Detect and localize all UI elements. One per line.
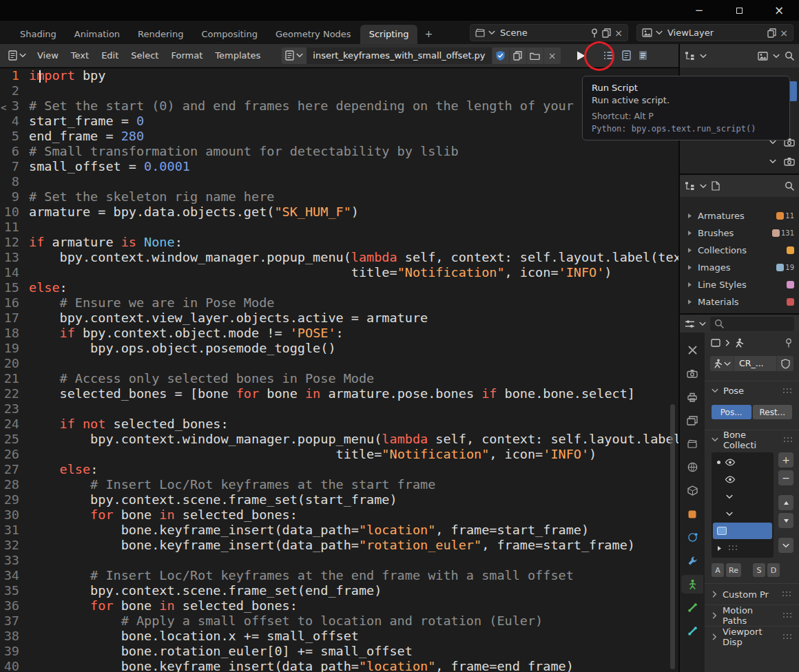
menu-view[interactable]: View bbox=[31, 44, 65, 67]
code-line[interactable]: 36 for bone in selected_bones: bbox=[0, 598, 678, 613]
chevron-down-icon[interactable] bbox=[769, 159, 776, 164]
maximize-button[interactable] bbox=[719, 0, 759, 21]
code-line[interactable]: 18 if bpy.context.object.mode != 'POSE': bbox=[0, 326, 678, 341]
code-line[interactable]: 20 bbox=[0, 356, 678, 371]
code-line[interactable]: 19 bpy.ops.object.posemode_toggle() bbox=[0, 341, 678, 356]
new-viewlayer-icon[interactable] bbox=[767, 28, 776, 38]
outliner-display-mode-icon[interactable] bbox=[685, 52, 695, 61]
disclosure-triangle-icon[interactable] bbox=[687, 264, 692, 271]
outliner-item-line-styles[interactable]: Line Styles bbox=[680, 276, 799, 293]
properties-tab-render[interactable] bbox=[681, 364, 703, 383]
code-line[interactable]: 7small_offset = 0.0001 bbox=[0, 159, 678, 174]
disclosure-triangle-icon[interactable] bbox=[687, 247, 692, 253]
properties-search-input[interactable] bbox=[710, 317, 794, 331]
grip-icon[interactable] bbox=[782, 591, 791, 597]
scene-name[interactable]: Scene bbox=[499, 28, 529, 38]
region-collapse-arrow[interactable]: < bbox=[1, 100, 6, 115]
properties-editor-icon[interactable] bbox=[685, 319, 695, 328]
workspace-tab-geometry-nodes[interactable]: Geometry Nodes bbox=[267, 25, 360, 44]
minimize-button[interactable]: − bbox=[679, 0, 719, 21]
line-numbers-toggle-icon[interactable] bbox=[603, 50, 614, 61]
properties-tab-view-layer[interactable] bbox=[681, 411, 703, 430]
properties-tab-scene[interactable] bbox=[681, 434, 703, 453]
code-line[interactable]: 5end_frame = 280 bbox=[0, 129, 678, 144]
code-line[interactable]: 6# Small transformation amount for detec… bbox=[0, 144, 678, 159]
bone-collection-row[interactable] bbox=[713, 540, 772, 556]
code-line[interactable]: 22 selected_bones = [bone for bone in ar… bbox=[0, 386, 678, 401]
code-line[interactable]: 17 bpy.context.view_layer.objects.active… bbox=[0, 311, 678, 326]
remove-viewlayer-icon[interactable]: × bbox=[780, 28, 788, 38]
code-line[interactable]: 35 bpy.context.scene.frame_set(end_frame… bbox=[0, 583, 678, 598]
code-line[interactable]: 11 bbox=[0, 220, 678, 235]
properties-tab-modifiers[interactable] bbox=[681, 552, 703, 570]
outliner-row[interactable] bbox=[769, 157, 795, 166]
code-line[interactable]: 14 title="Notification", icon='INFO') bbox=[0, 265, 678, 280]
code-line[interactable]: 26 title="Notification", icon='INFO') bbox=[0, 447, 678, 462]
code-line[interactable]: 9# Set the skeleton rig name here bbox=[0, 189, 678, 204]
bone-collection-action-d[interactable]: D bbox=[767, 563, 780, 577]
remove-collection-button[interactable]: − bbox=[778, 470, 793, 485]
panel-custom-pr[interactable]: Custom Pr bbox=[705, 583, 799, 605]
properties-tab-world[interactable] bbox=[681, 458, 703, 476]
search-icon[interactable] bbox=[785, 51, 794, 61]
code-editor[interactable]: 1import bpy23# Set the start (0) and end… bbox=[0, 68, 678, 672]
code-line[interactable]: 39 bone.rotation_euler[0] += small_offse… bbox=[0, 644, 678, 659]
code-line[interactable]: 40 bone.keyframe_insert(data_path="locat… bbox=[0, 659, 678, 672]
properties-tab-output[interactable] bbox=[681, 388, 703, 406]
filter-icon[interactable] bbox=[758, 52, 768, 61]
fake-user-button[interactable] bbox=[492, 48, 509, 64]
chevron-down-icon[interactable] bbox=[726, 512, 733, 516]
move-down-button[interactable] bbox=[778, 513, 793, 528]
outliner-display-mode-icon[interactable] bbox=[685, 182, 695, 191]
chevron-down-icon[interactable] bbox=[726, 494, 733, 499]
code-line[interactable]: 32 bone.keyframe_insert(data_path="rotat… bbox=[0, 538, 678, 553]
code-line[interactable]: 30 for bone in selected_bones: bbox=[0, 507, 678, 523]
code-line[interactable]: 4start_frame = 0 bbox=[0, 114, 678, 129]
pose-button-rest-[interactable]: Rest... bbox=[753, 405, 793, 419]
search-icon[interactable] bbox=[785, 181, 794, 191]
code-line[interactable]: 31 bone.keyframe_insert(data_path="locat… bbox=[0, 523, 678, 538]
menu-templates[interactable]: Templates bbox=[209, 44, 267, 67]
grip-icon[interactable] bbox=[783, 388, 792, 394]
code-line[interactable]: 8 bbox=[0, 174, 678, 189]
code-line[interactable]: 21 # Access only selected bones in Pose … bbox=[0, 371, 678, 386]
syntax-highlight-toggle-icon[interactable] bbox=[639, 50, 647, 61]
bone-collection-action-re[interactable]: Re bbox=[726, 563, 741, 577]
code-line[interactable]: 34 # Insert Loc/Rot keyframes at the end… bbox=[0, 568, 678, 583]
properties-tab-object-data[interactable] bbox=[681, 575, 703, 594]
add-collection-button[interactable]: + bbox=[778, 452, 793, 468]
disclosure-triangle-icon[interactable] bbox=[687, 282, 692, 288]
grip-icon[interactable] bbox=[783, 634, 791, 640]
close-button[interactable]: × bbox=[759, 0, 799, 21]
grip-icon[interactable] bbox=[784, 437, 792, 443]
editor-scrollbar[interactable] bbox=[670, 68, 675, 672]
run-script-button[interactable] bbox=[572, 50, 591, 61]
pose-panel-header[interactable]: Pose bbox=[705, 381, 799, 400]
code-line[interactable]: 37 # Apply a small offset to location an… bbox=[0, 613, 678, 629]
outliner-item-materials[interactable]: Materials bbox=[680, 293, 799, 311]
grip-icon[interactable] bbox=[783, 613, 791, 618]
pin-icon[interactable] bbox=[590, 28, 599, 38]
new-text-button[interactable] bbox=[509, 48, 526, 64]
bone-collection-row-selected[interactable] bbox=[713, 523, 772, 539]
text-name-field[interactable]: insert_keyframes_with_small_offset.py bbox=[307, 48, 491, 64]
menu-text[interactable]: Text bbox=[65, 44, 95, 67]
bone-collection-row[interactable] bbox=[713, 488, 772, 505]
disclosure-triangle-icon[interactable] bbox=[687, 299, 692, 305]
bone-collection-row[interactable] bbox=[713, 471, 772, 487]
new-scene-icon[interactable] bbox=[602, 28, 611, 38]
workspace-tab-animation[interactable]: Animation bbox=[65, 25, 129, 44]
code-line[interactable]: 33 bbox=[0, 553, 678, 568]
outliner-item-armatures[interactable]: Armatures11 bbox=[680, 207, 799, 224]
code-line[interactable]: 24 if not selected_bones: bbox=[0, 417, 678, 432]
id-type-button[interactable] bbox=[710, 356, 734, 371]
outliner-item-collections[interactable]: Collections bbox=[680, 242, 799, 259]
code-line[interactable]: 1import bpy bbox=[0, 68, 678, 83]
disclosure-triangle-icon[interactable] bbox=[687, 213, 692, 219]
eye-icon[interactable] bbox=[725, 476, 736, 483]
bone-collection-row[interactable] bbox=[713, 454, 772, 470]
pin-icon[interactable] bbox=[785, 338, 793, 348]
text-datablock-dropdown[interactable] bbox=[282, 48, 307, 64]
workspace-tab-rendering[interactable]: Rendering bbox=[129, 25, 192, 44]
unlink-text-button[interactable]: × bbox=[543, 48, 561, 64]
